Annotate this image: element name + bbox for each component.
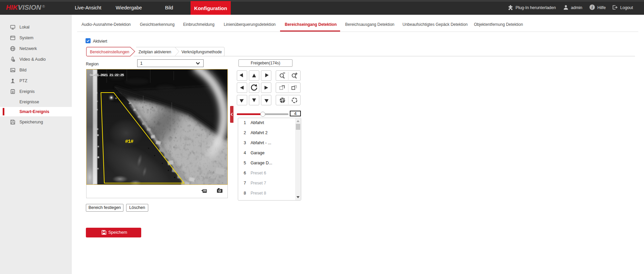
svg-text:04-01-2021 21:22:25: 04-01-2021 21:22:25 (90, 73, 124, 77)
svg-text:#1#: #1# (125, 139, 133, 145)
